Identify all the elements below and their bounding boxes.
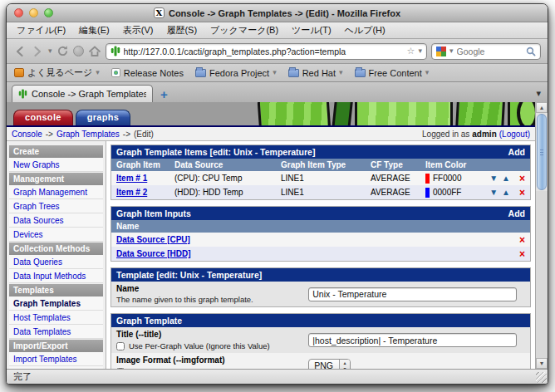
scroll-up-icon[interactable]: ▴ [536,102,548,113]
home-icon[interactable] [88,45,101,57]
sidebar-item-devices[interactable]: Devices [9,228,103,242]
breadcrumb-graph-templates[interactable]: Graph Templates [56,130,120,139]
tab-graphs[interactable]: graphs [76,110,130,125]
graph-title-input[interactable] [308,333,516,347]
cacti-tabs: console graphs [13,110,130,125]
section-template: Template [edit: Unix - Temperature] Name… [111,267,531,307]
back-button-icon[interactable] [13,45,27,58]
zoom-button[interactable] [44,8,53,17]
stop-icon[interactable] [73,46,84,56]
bookmark-fedora-project[interactable]: Fedora Project▾ [195,68,277,78]
menu-bookmarks[interactable]: ブックマーク(B) [210,24,278,37]
move-down-icon[interactable]: ▼ [489,189,498,197]
login-status: Logged in as admin (Logout) [422,130,530,139]
forward-button-icon[interactable] [31,45,44,58]
graph-item-1-link[interactable]: Item # 1 [116,174,147,183]
main-content: Graph Template Items [edit: Unix - Tempe… [106,141,535,369]
data-source-hdd-link[interactable]: Data Source [HDD] [116,249,190,258]
template-name-input[interactable] [308,287,516,301]
sidebar-item-data-queries[interactable]: Data Queries [9,255,103,269]
sidebar-item-data-input-methods[interactable]: Data Input Methods [9,269,103,283]
menu-help[interactable]: ヘルプ(H) [345,24,386,37]
menu-view[interactable]: 表示(V) [123,24,154,37]
menu-history[interactable]: 履歴(S) [166,24,197,37]
scrollbar-thumb[interactable] [537,114,547,190]
search-magnifier-icon[interactable] [526,47,536,56]
delete-icon[interactable]: × [519,248,525,260]
delete-icon[interactable]: × [519,234,525,246]
titlebar[interactable]: X Console -> Graph Templates -> (Edit) -… [7,4,548,22]
new-tab-button[interactable]: + [160,88,168,100]
sidebar-item-graph-trees[interactable]: Graph Trees [9,199,103,213]
browser-viewport: console graphs Console -> Graph Template… [7,102,548,369]
search-box[interactable]: ▾ [431,43,541,60]
sidebar-item-data-templates[interactable]: Data Templates [9,325,103,339]
menu-file[interactable]: ファイル(F) [17,24,66,37]
sidebar-item-data-sources[interactable]: Data Sources [9,213,103,228]
checkbox-label: Use Per-Graph Value (Ignore this Value) [129,341,270,350]
form-row-title: Title (--title) Use Per-Graph Value (Ign… [111,327,530,353]
sidebar-item-graph-templates[interactable]: Graph Templates [9,296,103,311]
move-up-icon[interactable]: ▲ [502,189,510,197]
sidebar-item-new-graphs[interactable]: New Graphs [9,158,103,172]
delete-icon[interactable]: × [519,173,525,184]
graph-item-2-link[interactable]: Item # 2 [116,188,147,197]
sidebar-item-graph-management[interactable]: Graph Management [9,185,103,199]
delete-icon[interactable]: × [519,187,525,198]
bookmark-free-content[interactable]: Free Content▾ [355,68,430,78]
image-format-select[interactable]: PNG ▴▾ [308,359,351,369]
sidebar-header-templates: Templates [9,284,103,296]
cacti-page: console graphs Console -> Graph Template… [7,102,535,369]
sidebar-item-import-templates[interactable]: Import Templates [9,352,103,366]
window-title: Console -> Graph Templates -> (Edit) - M… [169,8,400,18]
scrollbar-track[interactable] [536,191,548,358]
graph-item-input-row: Data Source [CPU] × [111,233,530,247]
bookmark-red-hat[interactable]: Red Hat▾ [288,68,343,78]
logout-link[interactable]: (Logout) [499,130,530,139]
breadcrumb-console[interactable]: Console [12,130,42,139]
tab-console[interactable]: console [13,110,73,125]
url-bar[interactable]: ☆ ▾ [106,43,427,60]
add-graph-item-link[interactable]: Add [508,147,525,157]
url-dropdown-icon[interactable]: ▾ [418,47,422,55]
search-input[interactable] [457,47,523,56]
close-button[interactable] [14,8,23,17]
scroll-down-icon[interactable]: ▾ [536,358,548,369]
google-engine-icon [436,47,446,56]
add-graph-item-input-link[interactable]: Add [508,208,525,218]
x11-icon: X [154,7,165,18]
history-dropdown-icon[interactable]: ▾ [48,47,52,55]
scrollbar[interactable]: ▴ ▾ [535,102,548,369]
search-engine-dropdown-icon[interactable]: ▾ [449,47,454,55]
use-per-graph-title-checkbox[interactable] [116,342,125,350]
sidebar-header-collection-methods: Collection Methods [9,243,103,255]
tab-strip: Console -> Graph Templates -... + ▾ [7,82,548,102]
move-down-icon[interactable]: ▼ [489,174,498,183]
bookmark-label: Free Content [369,68,422,78]
field-label: Image Format (--imgformat) [116,355,302,365]
move-up-icon[interactable]: ▲ [502,174,510,183]
data-source-cpu-link[interactable]: Data Source [CPU] [116,235,190,244]
reload-icon[interactable] [56,45,69,57]
chevron-down-icon: ▾ [273,69,277,76]
cacti-banner-art [257,102,535,125]
color-hex: 0000FF [433,188,461,197]
resize-grip[interactable] [536,372,547,383]
bookmark-label: Fedora Project [209,68,269,78]
bookmark-release-notes[interactable]: Release Notes [111,68,184,78]
col-name: Name [116,222,139,231]
sidebar-item-host-templates[interactable]: Host Templates [9,311,103,325]
menu-edit[interactable]: 編集(E) [79,24,110,37]
browser-tab-active[interactable]: Console -> Graph Templates -... [12,85,153,102]
bookmark-label: Release Notes [124,68,184,78]
section-title: Graph Template Items [edit: Unix - Tempe… [116,147,315,157]
graph-item-row: Item # 2 (HDD): HDD Temp LINE1 AVERAGE 0… [111,185,530,199]
status-bar: 完了 [7,369,548,384]
list-all-tabs-icon[interactable]: ▾ [536,88,541,99]
col-graph-item-type: Graph Item Type [281,160,371,169]
menu-tools[interactable]: ツール(T) [292,24,332,37]
url-input[interactable] [124,47,404,56]
bookmark-most-visited[interactable]: よく見るページ▾ [14,66,100,79]
bookmark-star-icon[interactable]: ☆ [407,47,415,56]
minimize-button[interactable] [29,8,38,17]
